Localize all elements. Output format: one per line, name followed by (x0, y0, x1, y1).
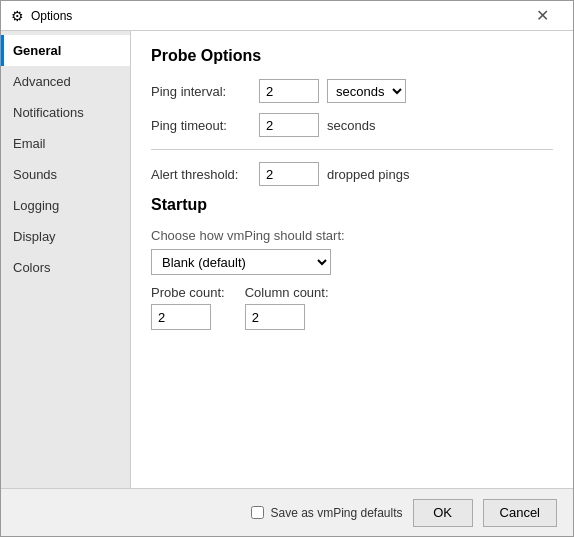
close-button[interactable]: ✕ (519, 1, 565, 31)
sidebar-item-general[interactable]: General (1, 35, 130, 66)
column-count-label: Column count: (245, 285, 329, 300)
ping-timeout-input[interactable] (259, 113, 319, 137)
save-defaults-label: Save as vmPing defaults (270, 506, 402, 520)
title-bar: ⚙ Options ✕ (1, 1, 573, 31)
save-defaults-checkbox[interactable] (251, 506, 264, 519)
alert-threshold-unit: dropped pings (327, 167, 409, 182)
sidebar-item-logging[interactable]: Logging (1, 190, 130, 221)
ping-interval-unit-select[interactable]: seconds minutes (327, 79, 406, 103)
cancel-button[interactable]: Cancel (483, 499, 557, 527)
window-icon: ⚙ (9, 8, 25, 24)
probe-count-group: Probe count: (151, 285, 225, 330)
footer: Save as vmPing defaults OK Cancel (1, 488, 573, 536)
options-window: ⚙ Options ✕ General Advanced Notificatio… (0, 0, 574, 537)
ping-interval-row: Ping interval: seconds minutes (151, 79, 553, 103)
probe-count-label: Probe count: (151, 285, 225, 300)
alert-threshold-label: Alert threshold: (151, 167, 251, 182)
column-count-input[interactable] (245, 304, 305, 330)
ping-interval-input[interactable] (259, 79, 319, 103)
sidebar-item-sounds[interactable]: Sounds (1, 159, 130, 190)
probe-count-input[interactable] (151, 304, 211, 330)
startup-select[interactable]: Blank (default) Last session Favorite (151, 249, 331, 275)
ping-timeout-label: Ping timeout: (151, 118, 251, 133)
count-row: Probe count: Column count: (151, 285, 553, 330)
ping-interval-label: Ping interval: (151, 84, 251, 99)
startup-title: Startup (151, 196, 553, 214)
sidebar-item-notifications[interactable]: Notifications (1, 97, 130, 128)
probe-options-title: Probe Options (151, 47, 553, 65)
sidebar-item-advanced[interactable]: Advanced (1, 66, 130, 97)
window-title: Options (31, 9, 519, 23)
sidebar-item-display[interactable]: Display (1, 221, 130, 252)
startup-section: Startup Choose how vmPing should start: … (151, 196, 553, 330)
main-panel: Probe Options Ping interval: seconds min… (131, 31, 573, 488)
alert-threshold-input[interactable] (259, 162, 319, 186)
save-defaults-row: Save as vmPing defaults (251, 506, 402, 520)
alert-threshold-row: Alert threshold: dropped pings (151, 162, 553, 186)
sidebar: General Advanced Notifications Email Sou… (1, 31, 131, 488)
sidebar-item-email[interactable]: Email (1, 128, 130, 159)
ping-timeout-unit: seconds (327, 118, 375, 133)
ok-button[interactable]: OK (413, 499, 473, 527)
startup-choose-label: Choose how vmPing should start: (151, 228, 553, 243)
column-count-group: Column count: (245, 285, 329, 330)
sidebar-item-colors[interactable]: Colors (1, 252, 130, 283)
divider (151, 149, 553, 150)
content-area: General Advanced Notifications Email Sou… (1, 31, 573, 488)
ping-timeout-row: Ping timeout: seconds (151, 113, 553, 137)
